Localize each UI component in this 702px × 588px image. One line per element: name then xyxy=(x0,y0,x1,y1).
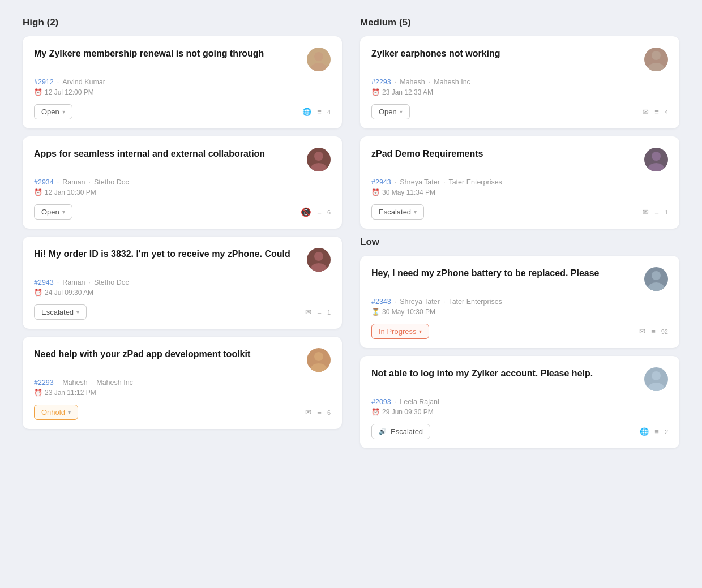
card-h4-status-label: Onhold xyxy=(41,408,65,417)
medium-column-header: Medium (5) xyxy=(360,17,679,28)
card-l2-footer-icons: 🌐 ≡ 2 xyxy=(640,427,668,436)
card-h2-chevron-icon: ▾ xyxy=(62,209,65,215)
card-m2-meta: #2943 · Shreya Tater · Tater Enterprises xyxy=(371,178,668,186)
card-h4-time-icon: ⏰ xyxy=(34,389,42,397)
card-m1-time-icon: ⏰ xyxy=(371,88,380,96)
card-l1-footer-icons: ✉ ≡ 92 xyxy=(639,327,668,336)
card-h1-lines-icon: ≡ xyxy=(317,108,322,116)
card-m2-ticket: #2943 xyxy=(371,178,391,186)
card-m2-chevron-icon: ▾ xyxy=(414,209,417,215)
card-l2-status-label: Escalated xyxy=(391,427,423,436)
card-m1-ticket: #2293 xyxy=(371,78,391,86)
card-m2-mail-icon: ✉ xyxy=(643,208,649,216)
card-l2: Not able to log into my Zylker account. … xyxy=(360,356,679,448)
card-m1-status-label: Open xyxy=(379,108,397,116)
card-m1-title: Zylker earphones not working xyxy=(371,48,637,60)
card-h2-status-btn[interactable]: Open ▾ xyxy=(34,204,72,220)
card-l2-time: ⏰ 29 Jun 09:30 PM xyxy=(371,408,668,416)
card-h4-mail-icon: ✉ xyxy=(305,408,311,417)
card-h2-ticket: #2934 xyxy=(34,178,54,186)
card-h3-avatar xyxy=(307,248,331,272)
card-h3-count: 1 xyxy=(327,309,331,316)
card-h4-meta: #2293 · Mahesh · Mahesh Inc xyxy=(34,379,331,387)
card-h3-mail-icon: ✉ xyxy=(305,308,311,316)
card-l2-status-icon: 🔊 xyxy=(379,428,387,435)
card-h3-lines-icon: ≡ xyxy=(317,308,322,316)
high-column-header: High (2) xyxy=(23,17,342,28)
card-m2-time: ⏰ 30 May 11:34 PM xyxy=(371,188,668,196)
card-h2-time: ⏰ 12 Jan 10:30 PM xyxy=(34,188,331,196)
card-m2-status-btn[interactable]: Escalated ▾ xyxy=(371,204,424,220)
card-h2-company: Stetho Doc xyxy=(94,178,129,186)
card-h1-avatar xyxy=(307,48,331,71)
svg-point-3 xyxy=(311,163,327,171)
card-l1-time-icon: ⏳ xyxy=(371,308,380,316)
card-m1-lines-icon: ≡ xyxy=(654,108,659,116)
card-l2-globe-icon: 🌐 xyxy=(640,427,649,436)
svg-point-7 xyxy=(311,363,327,372)
card-h3-time: ⏰ 24 Jul 09:30 AM xyxy=(34,289,331,297)
card-l2-count: 2 xyxy=(665,428,668,435)
card-h2-footer-icons: 📵 ≡ 6 xyxy=(301,207,331,217)
card-h2-status-label: Open xyxy=(41,208,59,216)
card-m1-avatar xyxy=(644,48,668,71)
card-h1-status-btn[interactable]: Open ▾ xyxy=(34,104,72,119)
card-l1-time: ⏳ 30 May 10:30 PM xyxy=(371,308,668,316)
card-h3-title: Hi! My order ID is 3832. I'm yet to rece… xyxy=(34,248,300,260)
card-h4-chevron-icon: ▾ xyxy=(68,409,71,415)
card-l2-avatar xyxy=(644,367,668,391)
card-h2-count: 6 xyxy=(327,209,331,216)
card-h1-chevron-icon: ▾ xyxy=(62,109,65,115)
low-column-header: Low xyxy=(360,237,679,248)
svg-point-10 xyxy=(652,152,661,161)
card-m2-footer-icons: ✉ ≡ 1 xyxy=(643,208,668,216)
svg-point-14 xyxy=(652,371,661,380)
svg-point-12 xyxy=(652,271,661,280)
card-h1-footer-icons: 🌐 ≡ 4 xyxy=(302,108,331,116)
card-l1-company: Tater Enterprises xyxy=(448,298,502,306)
card-l2-agent: Leela Rajani xyxy=(400,398,439,406)
card-h4: Need help with your zPad app development… xyxy=(23,337,342,429)
card-m1-company: Mahesh Inc xyxy=(434,78,470,86)
card-h2: Apps for seamless internal and external … xyxy=(23,136,342,229)
card-l1-count: 92 xyxy=(661,328,668,335)
card-h1-time-icon: ⏰ xyxy=(34,88,42,96)
card-h3: Hi! My order ID is 3832. I'm yet to rece… xyxy=(23,237,342,329)
svg-point-9 xyxy=(648,63,664,71)
card-h3-time-icon: ⏰ xyxy=(34,289,42,297)
card-h2-avatar xyxy=(307,148,331,171)
card-h4-agent: Mahesh xyxy=(62,379,87,387)
card-m1-mail-icon: ✉ xyxy=(643,108,649,116)
card-h3-status-btn[interactable]: Escalated ▾ xyxy=(34,304,87,320)
card-h2-time-icon: ⏰ xyxy=(34,188,42,196)
svg-point-11 xyxy=(648,163,664,171)
card-m1-agent: Mahesh xyxy=(400,78,425,86)
card-h4-status-btn[interactable]: Onhold ▾ xyxy=(34,405,78,420)
card-m2-count: 1 xyxy=(665,209,668,216)
svg-point-8 xyxy=(652,51,661,60)
svg-point-5 xyxy=(311,263,327,272)
card-m2-agent: Shreya Tater xyxy=(400,178,440,186)
svg-point-0 xyxy=(314,52,323,61)
card-l1-ticket: #2343 xyxy=(371,298,391,306)
card-l1-meta: #2343 · Shreya Tater · Tater Enterprises xyxy=(371,298,668,306)
card-l2-lines-icon: ≡ xyxy=(654,427,659,436)
card-l1-mail-icon: ✉ xyxy=(639,327,645,336)
card-m2-lines-icon: ≡ xyxy=(654,208,659,216)
card-h4-ticket: #2293 xyxy=(34,379,54,387)
card-h4-avatar xyxy=(307,348,331,372)
card-h4-footer-icons: ✉ ≡ 6 xyxy=(305,408,331,417)
card-l1-avatar xyxy=(644,267,668,291)
card-h2-lines-icon: ≡ xyxy=(317,208,322,216)
card-l2-meta: #2093 · Leela Rajani xyxy=(371,398,668,406)
card-h3-chevron-icon: ▾ xyxy=(76,309,79,315)
card-h4-title: Need help with your zPad app development… xyxy=(34,348,300,360)
card-l2-status-btn[interactable]: 🔊 Escalated xyxy=(371,424,430,439)
card-h4-count: 6 xyxy=(327,409,331,416)
card-h3-company: Stetho Doc xyxy=(94,278,129,286)
card-h1-time: ⏰ 12 Jul 12:00 PM xyxy=(34,88,331,96)
card-h1-agent: Arvind Kumar xyxy=(62,78,105,86)
card-m1-status-btn[interactable]: Open ▾ xyxy=(371,104,410,119)
card-l1-status-label: In Progress xyxy=(379,327,416,336)
card-l1-status-btn[interactable]: In Progress ▾ xyxy=(371,324,429,339)
